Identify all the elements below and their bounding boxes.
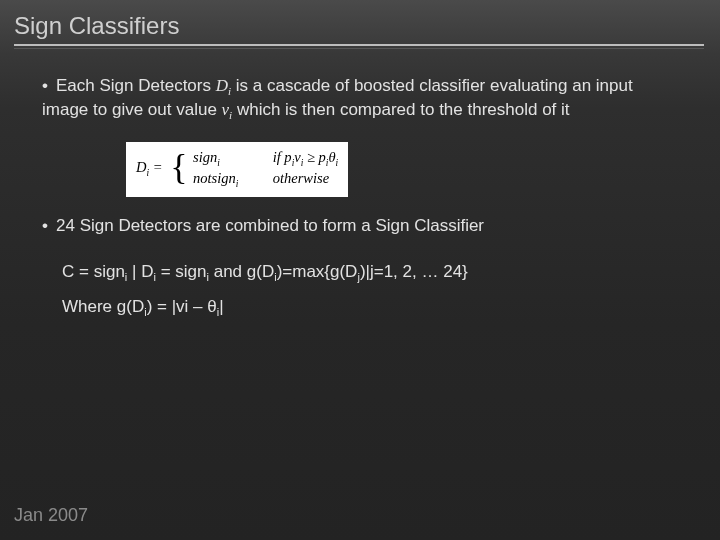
case2-sub: i: [236, 179, 239, 189]
formula-box: Di = { signi if pivi ≥ piθi notsigni oth…: [126, 142, 348, 197]
eqg-b: ) = |vi –: [147, 297, 208, 316]
formula-cases: signi if pivi ≥ piθi notsigni otherwise: [193, 148, 338, 191]
case1-cond-c: ≥ p: [303, 149, 325, 165]
formula-D: D: [136, 159, 146, 175]
bullet-1-text-a: Each Sign Detectors: [56, 76, 216, 95]
eqg-c: |: [219, 297, 223, 316]
var-vi: vi: [222, 100, 233, 119]
footer-date: Jan 2007: [14, 505, 88, 526]
formula-case-1: signi if pivi ≥ piθi: [193, 149, 338, 165]
slide-body: •Each Sign Detectors Di is a cascade of …: [14, 75, 700, 319]
case1-cond-s4: i: [336, 157, 339, 167]
eqC-d: and g(D: [209, 262, 274, 281]
bullet-dot: •: [42, 75, 56, 98]
formula-case-2: notsigni otherwise: [193, 170, 329, 186]
formula-eq: =: [149, 159, 162, 175]
eqC-f: )|j=1, 2, … 24}: [360, 262, 468, 281]
eqg-theta: θ: [207, 297, 216, 316]
var-D: D: [216, 76, 228, 95]
bullet-1-text-c: which is then compared to the threshold …: [232, 100, 569, 119]
bullet-2: •24 Sign Detectors are combined to form …: [42, 215, 682, 238]
title-hairline: [14, 48, 704, 49]
eqC-e: )=max{g(D: [277, 262, 358, 281]
case1-val: sign: [193, 149, 217, 165]
title-underline: [14, 44, 704, 46]
case1-cond-a: if p: [273, 149, 292, 165]
bullet-2-text: 24 Sign Detectors are combined to form a…: [56, 216, 484, 235]
eqg-a: Where g(D: [62, 297, 144, 316]
eqC-a: C = sign: [62, 262, 125, 281]
bullet-dot: •: [42, 215, 56, 238]
equation-C: C = signi | Di = signi and g(Di)=max{g(D…: [62, 262, 682, 283]
equation-g: Where g(Di) = |vi – θi|: [62, 297, 682, 318]
var-v: v: [222, 100, 230, 119]
eqC-b: | D: [127, 262, 153, 281]
formula-lhs: Di =: [136, 158, 163, 180]
case2-cond: otherwise: [273, 169, 329, 187]
eqC-c: = sign: [156, 262, 207, 281]
slide-title: Sign Classifiers: [14, 12, 700, 40]
slide: Sign Classifiers •Each Sign Detectors Di…: [0, 0, 720, 540]
case1-sub: i: [217, 157, 220, 167]
case2-val: notsign: [193, 170, 236, 186]
bullet-1: •Each Sign Detectors Di is a cascade of …: [42, 75, 682, 124]
var-Di: Di: [216, 76, 231, 95]
case1-cond-d: θ: [328, 149, 335, 165]
formula-brace: {: [170, 151, 187, 183]
